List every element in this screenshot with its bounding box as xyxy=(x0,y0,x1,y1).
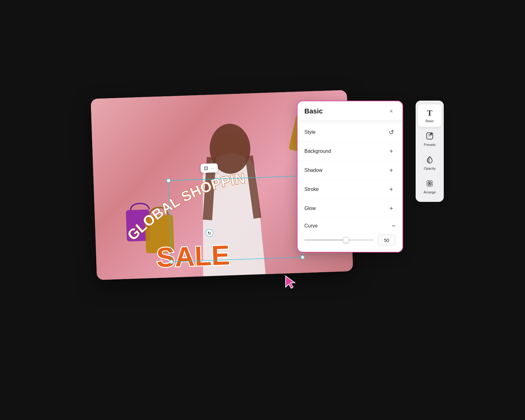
right-sidebar: T Basic ★ Presets Opa xyxy=(416,101,444,202)
shadow-label: Shadow xyxy=(304,168,322,173)
glow-row[interactable]: Glow + xyxy=(298,199,402,218)
curve-section: Curve − 50 xyxy=(298,218,402,252)
panel-header: Basic × xyxy=(298,101,402,120)
curve-slider-thumb[interactable] xyxy=(343,237,349,243)
opacity-icon xyxy=(426,156,433,165)
curve-collapse-icon[interactable]: − xyxy=(392,222,396,229)
presets-icon: ★ xyxy=(426,132,433,142)
svg-point-8 xyxy=(167,179,170,182)
stroke-row[interactable]: Stroke + xyxy=(298,180,402,199)
curve-slider-track[interactable] xyxy=(304,239,374,241)
sidebar-item-presets[interactable]: ★ Presets xyxy=(418,128,442,151)
curve-value-input[interactable]: 50 xyxy=(378,234,396,246)
cursor-arrow xyxy=(284,275,296,290)
shadow-add-icon[interactable]: + xyxy=(387,166,396,175)
more-options-icon[interactable]: ··· xyxy=(211,165,215,170)
sidebar-presets-label: Presets xyxy=(424,143,435,147)
svg-text:SALE: SALE xyxy=(156,239,230,273)
svg-point-10 xyxy=(169,260,173,264)
stroke-add-icon[interactable]: + xyxy=(387,185,396,194)
basic-panel: Basic × Style ↺ Background + Shadow + St… xyxy=(297,101,403,252)
sidebar-arrange-label: Arrange xyxy=(423,190,436,194)
background-add-icon[interactable]: + xyxy=(387,147,396,156)
panel-title: Basic xyxy=(304,107,323,115)
arrange-icon xyxy=(426,180,433,189)
background-label: Background xyxy=(304,148,331,154)
glow-add-icon[interactable]: + xyxy=(387,204,396,213)
shadow-row[interactable]: Shadow + xyxy=(298,161,402,180)
background-row[interactable]: Background + xyxy=(298,142,402,161)
curve-slider-fill xyxy=(304,239,346,241)
svg-point-11 xyxy=(301,255,304,259)
stroke-label: Stroke xyxy=(304,187,319,192)
curve-header: Curve − xyxy=(304,222,396,229)
basic-text-icon: T xyxy=(427,108,432,118)
sidebar-item-opacity[interactable]: Opacity xyxy=(418,152,442,174)
style-reset-icon[interactable]: ↺ xyxy=(387,128,396,137)
selection-toolbar[interactable]: ⊡ ··· xyxy=(201,163,218,173)
rotate-handle[interactable]: ↻ xyxy=(206,229,213,237)
sidebar-item-basic[interactable]: T Basic xyxy=(418,104,442,127)
sidebar-item-arrange[interactable]: Arrange xyxy=(418,176,442,198)
close-button[interactable]: × xyxy=(387,107,396,116)
curve-slider-container: 50 xyxy=(304,234,396,246)
style-row[interactable]: Style ↺ xyxy=(298,123,402,142)
svg-marker-18 xyxy=(286,276,295,288)
style-label: Style xyxy=(304,129,316,135)
sidebar-opacity-label: Opacity xyxy=(424,167,435,170)
svg-point-17 xyxy=(429,183,431,184)
curve-label: Curve xyxy=(304,223,318,229)
selection-icon: ⊡ xyxy=(204,165,208,171)
glow-label: Glow xyxy=(304,206,316,211)
sidebar-basic-label: Basic xyxy=(426,119,434,123)
